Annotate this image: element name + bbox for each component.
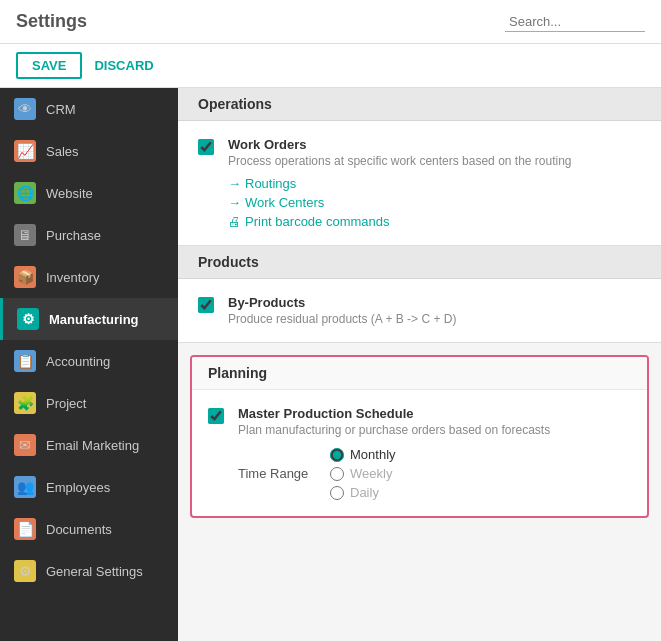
sidebar-item-employees[interactable]: 👥 Employees: [0, 466, 178, 508]
daily-label: Daily: [350, 485, 379, 500]
weekly-label: Weekly: [350, 466, 392, 481]
sidebar-item-email[interactable]: ✉ Email Marketing: [0, 424, 178, 466]
products-body: By-Products Produce residual products (A…: [178, 279, 661, 343]
sidebar-label-email: Email Marketing: [46, 438, 139, 453]
master-production-info: Master Production Schedule Plan manufact…: [238, 406, 631, 500]
sidebar-item-general[interactable]: ⚙ General Settings: [0, 550, 178, 592]
by-products-checkbox-wrap: [198, 297, 214, 316]
print-barcode-link[interactable]: 🖨 Print barcode commands: [228, 214, 641, 229]
planning-section: Planning Master Production Schedule Plan…: [190, 355, 649, 518]
sidebar-label-sales: Sales: [46, 144, 79, 159]
operations-section: Operations Work Orders Process operation…: [178, 88, 661, 246]
by-products-title: By-Products: [228, 295, 641, 310]
work-orders-checkbox-wrap: [198, 139, 214, 158]
time-range-options: Monthly Weekly Daily: [330, 447, 396, 500]
work-orders-info: Work Orders Process operations at specif…: [228, 137, 641, 229]
print-barcode-label: Print barcode commands: [245, 214, 390, 229]
project-icon: 🧩: [14, 392, 36, 414]
operations-body: Work Orders Process operations at specif…: [178, 121, 661, 246]
work-centers-arrow-icon: →: [228, 195, 241, 210]
sales-icon: 📈: [14, 140, 36, 162]
sidebar-item-crm[interactable]: 👁 CRM: [0, 88, 178, 130]
master-production-checkbox[interactable]: [208, 408, 224, 424]
page-title: Settings: [16, 11, 87, 32]
work-orders-setting: Work Orders Process operations at specif…: [198, 137, 641, 229]
monthly-radio[interactable]: [330, 448, 344, 462]
sidebar-label-purchase: Purchase: [46, 228, 101, 243]
sidebar: 👁 CRM 📈 Sales 🌐 Website 🖥 Purchase 📦 Inv…: [0, 88, 178, 641]
sidebar-label-documents: Documents: [46, 522, 112, 537]
time-range-row: Time Range Monthly Weekly: [238, 447, 631, 500]
master-production-title: Master Production Schedule: [238, 406, 631, 421]
routings-link[interactable]: → Routings: [228, 176, 641, 191]
sidebar-item-purchase[interactable]: 🖥 Purchase: [0, 214, 178, 256]
master-production-checkbox-wrap: [208, 408, 224, 427]
sidebar-label-manufacturing: Manufacturing: [49, 312, 139, 327]
sidebar-label-website: Website: [46, 186, 93, 201]
sidebar-item-documents[interactable]: 📄 Documents: [0, 508, 178, 550]
search-input[interactable]: [505, 12, 645, 32]
weekly-option[interactable]: Weekly: [330, 466, 396, 481]
save-button[interactable]: SAVE: [16, 52, 82, 79]
by-products-info: By-Products Produce residual products (A…: [228, 295, 641, 326]
sidebar-label-general: General Settings: [46, 564, 143, 579]
sidebar-item-sales[interactable]: 📈 Sales: [0, 130, 178, 172]
planning-body: Master Production Schedule Plan manufact…: [192, 390, 647, 516]
routings-link-label: Routings: [245, 176, 296, 191]
sidebar-label-employees: Employees: [46, 480, 110, 495]
work-orders-title: Work Orders: [228, 137, 641, 152]
sidebar-label-crm: CRM: [46, 102, 76, 117]
website-icon: 🌐: [14, 182, 36, 204]
monthly-option[interactable]: Monthly: [330, 447, 396, 462]
work-orders-checkbox[interactable]: [198, 139, 214, 155]
inventory-icon: 📦: [14, 266, 36, 288]
accounting-icon: 📋: [14, 350, 36, 372]
weekly-radio[interactable]: [330, 467, 344, 481]
planning-header: Planning: [192, 357, 647, 390]
products-section: Products By-Products Produce residual pr…: [178, 246, 661, 343]
sidebar-item-manufacturing[interactable]: ⚙ Manufacturing: [0, 298, 178, 340]
daily-radio[interactable]: [330, 486, 344, 500]
action-bar: SAVE DISCARD: [0, 44, 661, 88]
purchase-icon: 🖥: [14, 224, 36, 246]
master-production-desc: Plan manufacturing or purchase orders ba…: [238, 423, 631, 437]
by-products-desc: Produce residual products (A + B -> C + …: [228, 312, 641, 326]
email-icon: ✉: [14, 434, 36, 456]
sidebar-label-accounting: Accounting: [46, 354, 110, 369]
products-header: Products: [178, 246, 661, 279]
general-icon: ⚙: [14, 560, 36, 582]
monthly-label: Monthly: [350, 447, 396, 462]
manufacturing-icon: ⚙: [17, 308, 39, 330]
sidebar-item-website[interactable]: 🌐 Website: [0, 172, 178, 214]
by-products-setting: By-Products Produce residual products (A…: [198, 295, 641, 326]
work-centers-link-label: Work Centers: [245, 195, 324, 210]
discard-button[interactable]: DISCARD: [94, 58, 153, 73]
work-centers-link[interactable]: → Work Centers: [228, 195, 641, 210]
operations-header: Operations: [178, 88, 661, 121]
by-products-checkbox[interactable]: [198, 297, 214, 313]
employees-icon: 👥: [14, 476, 36, 498]
sidebar-label-inventory: Inventory: [46, 270, 99, 285]
documents-icon: 📄: [14, 518, 36, 540]
master-production-setting: Master Production Schedule Plan manufact…: [208, 406, 631, 500]
main-layout: 👁 CRM 📈 Sales 🌐 Website 🖥 Purchase 📦 Inv…: [0, 88, 661, 641]
sidebar-label-project: Project: [46, 396, 86, 411]
time-range-label: Time Range: [238, 466, 320, 481]
top-bar: Settings: [0, 0, 661, 44]
work-orders-desc: Process operations at specific work cent…: [228, 154, 641, 168]
sidebar-item-accounting[interactable]: 📋 Accounting: [0, 340, 178, 382]
work-orders-links: → Routings → Work Centers 🖨 Print barcod…: [228, 176, 641, 229]
sidebar-item-inventory[interactable]: 📦 Inventory: [0, 256, 178, 298]
print-icon: 🖨: [228, 214, 241, 229]
daily-option[interactable]: Daily: [330, 485, 396, 500]
content-area: Operations Work Orders Process operation…: [178, 88, 661, 641]
crm-icon: 👁: [14, 98, 36, 120]
sidebar-item-project[interactable]: 🧩 Project: [0, 382, 178, 424]
routings-arrow-icon: →: [228, 176, 241, 191]
